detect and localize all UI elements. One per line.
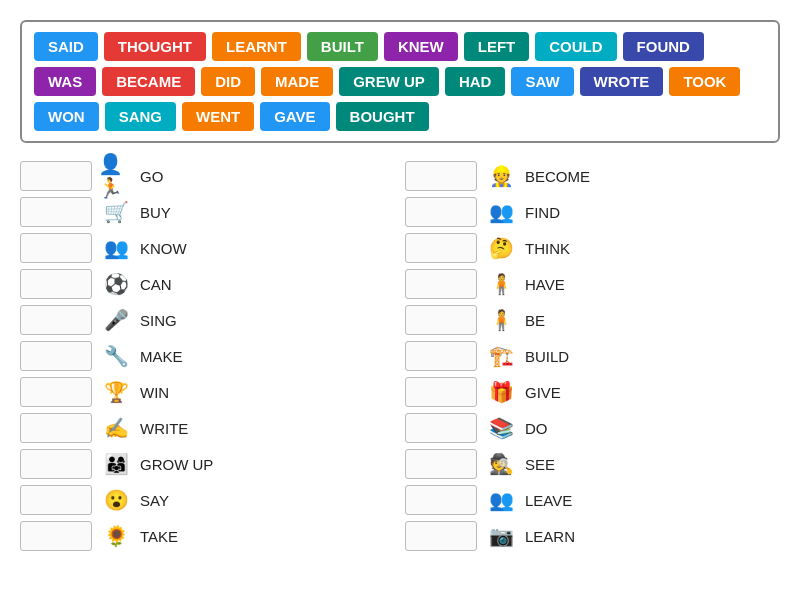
- word-image: 🎁: [483, 377, 519, 407]
- match-row: 📷LEARN: [405, 521, 780, 551]
- word-label: GIVE: [525, 384, 561, 401]
- answer-box[interactable]: [405, 197, 477, 227]
- match-row: 🤔THINK: [405, 233, 780, 263]
- match-row: 🎁GIVE: [405, 377, 780, 407]
- answer-box[interactable]: [20, 341, 92, 371]
- word-label: SAY: [140, 492, 169, 509]
- answer-box[interactable]: [405, 449, 477, 479]
- word-chip-knew[interactable]: KNEW: [384, 32, 458, 61]
- word-chip-won[interactable]: WON: [34, 102, 99, 131]
- answer-box[interactable]: [405, 233, 477, 263]
- answer-box[interactable]: [405, 269, 477, 299]
- word-chip-did[interactable]: DID: [201, 67, 255, 96]
- word-chip-could[interactable]: COULD: [535, 32, 616, 61]
- answer-box[interactable]: [405, 341, 477, 371]
- answer-box[interactable]: [405, 485, 477, 515]
- word-image: ⚽: [98, 269, 134, 299]
- matching-area: 👤🏃GO🛒BUY👥KNOW⚽CAN🎤SING🔧MAKE🏆WIN✍️WRITE👨‍…: [20, 161, 780, 551]
- word-image: 🏆: [98, 377, 134, 407]
- match-row: 🔧MAKE: [20, 341, 395, 371]
- word-image: 😮: [98, 485, 134, 515]
- match-row: 👥LEAVE: [405, 485, 780, 515]
- match-row: 🌻TAKE: [20, 521, 395, 551]
- answer-box[interactable]: [20, 485, 92, 515]
- word-label: WRITE: [140, 420, 188, 437]
- match-row: 🧍HAVE: [405, 269, 780, 299]
- answer-box[interactable]: [405, 521, 477, 551]
- word-chip-wrote[interactable]: WROTE: [580, 67, 664, 96]
- word-label: LEAVE: [525, 492, 572, 509]
- word-image: 🛒: [98, 197, 134, 227]
- word-label: LEARN: [525, 528, 575, 545]
- answer-box[interactable]: [20, 449, 92, 479]
- word-chip-gave[interactable]: GAVE: [260, 102, 329, 131]
- word-chip-said[interactable]: SAID: [34, 32, 98, 61]
- word-chip-went[interactable]: WENT: [182, 102, 254, 131]
- word-chip-learnt[interactable]: LEARNT: [212, 32, 301, 61]
- word-chip-thought[interactable]: THOUGHT: [104, 32, 206, 61]
- answer-box[interactable]: [20, 269, 92, 299]
- match-row: 🕵️SEE: [405, 449, 780, 479]
- word-label: BE: [525, 312, 545, 329]
- word-image: 👨‍👩‍👧: [98, 449, 134, 479]
- word-chip-bought[interactable]: BOUGHT: [336, 102, 429, 131]
- word-label: WIN: [140, 384, 169, 401]
- word-chip-had[interactable]: HAD: [445, 67, 506, 96]
- word-image: 🏗️: [483, 341, 519, 371]
- word-image: 🧍: [483, 305, 519, 335]
- answer-box[interactable]: [20, 233, 92, 263]
- word-label: THINK: [525, 240, 570, 257]
- word-chip-made[interactable]: MADE: [261, 67, 333, 96]
- word-label: GROW UP: [140, 456, 213, 473]
- word-bank: SAIDTHOUGHTLEARNTBUILTKNEWLEFTCOULDFOUND…: [20, 20, 780, 143]
- word-label: BUILD: [525, 348, 569, 365]
- word-image: 👥: [98, 233, 134, 263]
- word-label: GO: [140, 168, 163, 185]
- word-image: 🔧: [98, 341, 134, 371]
- answer-box[interactable]: [20, 161, 92, 191]
- word-label: MAKE: [140, 348, 183, 365]
- left-column: 👤🏃GO🛒BUY👥KNOW⚽CAN🎤SING🔧MAKE🏆WIN✍️WRITE👨‍…: [20, 161, 395, 551]
- answer-box[interactable]: [20, 197, 92, 227]
- word-image: 👥: [483, 485, 519, 515]
- word-chip-sang[interactable]: SANG: [105, 102, 176, 131]
- word-image: 🕵️: [483, 449, 519, 479]
- answer-box[interactable]: [20, 521, 92, 551]
- match-row: 🏆WIN: [20, 377, 395, 407]
- answer-box[interactable]: [20, 413, 92, 443]
- word-label: SING: [140, 312, 177, 329]
- word-label: SEE: [525, 456, 555, 473]
- answer-box[interactable]: [20, 305, 92, 335]
- word-image: ✍️: [98, 413, 134, 443]
- word-chip-left[interactable]: LEFT: [464, 32, 530, 61]
- match-row: 👥FIND: [405, 197, 780, 227]
- right-column: 👷BECOME👥FIND🤔THINK🧍HAVE🧍BE🏗️BUILD🎁GIVE📚D…: [405, 161, 780, 551]
- word-chip-took[interactable]: TOOK: [669, 67, 740, 96]
- word-image: 🧍: [483, 269, 519, 299]
- match-row: 🎤SING: [20, 305, 395, 335]
- word-image: 👥: [483, 197, 519, 227]
- match-row: 🧍BE: [405, 305, 780, 335]
- word-chip-grew-up[interactable]: GREW UP: [339, 67, 439, 96]
- match-row: 👤🏃GO: [20, 161, 395, 191]
- match-row: 👥KNOW: [20, 233, 395, 263]
- answer-box[interactable]: [405, 413, 477, 443]
- word-image: 🌻: [98, 521, 134, 551]
- answer-box[interactable]: [20, 377, 92, 407]
- answer-box[interactable]: [405, 305, 477, 335]
- match-row: 👨‍👩‍👧GROW UP: [20, 449, 395, 479]
- word-chip-was[interactable]: WAS: [34, 67, 96, 96]
- word-image: 👷: [483, 161, 519, 191]
- word-image: 📷: [483, 521, 519, 551]
- answer-box[interactable]: [405, 377, 477, 407]
- word-chip-saw[interactable]: SAW: [511, 67, 573, 96]
- word-chip-became[interactable]: BECAME: [102, 67, 195, 96]
- word-label: KNOW: [140, 240, 187, 257]
- word-label: CAN: [140, 276, 172, 293]
- match-row: 😮SAY: [20, 485, 395, 515]
- match-row: 👷BECOME: [405, 161, 780, 191]
- word-chip-built[interactable]: BUILT: [307, 32, 378, 61]
- word-label: FIND: [525, 204, 560, 221]
- answer-box[interactable]: [405, 161, 477, 191]
- word-chip-found[interactable]: FOUND: [623, 32, 704, 61]
